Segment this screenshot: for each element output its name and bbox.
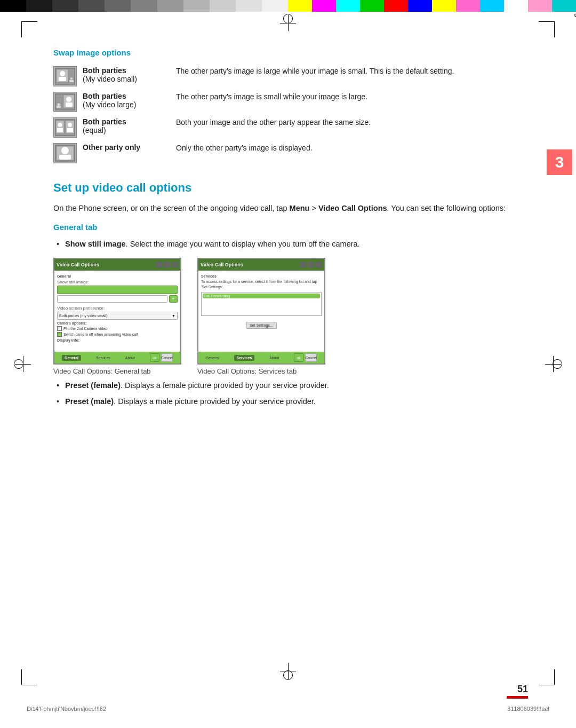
crop-mark-bottom-left bbox=[21, 669, 37, 685]
crop-mark-bottom-right bbox=[539, 669, 555, 685]
svg-rect-3 bbox=[59, 77, 66, 81]
svg-point-23 bbox=[61, 147, 69, 154]
screenshot-services: Video Call Options Services To access se… bbox=[197, 258, 325, 375]
both-parties-large-icon bbox=[53, 92, 77, 112]
main-section-title: Set up video call options bbox=[53, 181, 507, 195]
svg-point-12 bbox=[58, 104, 60, 106]
general-tab-heading: General tab bbox=[53, 223, 507, 232]
table-row: Both parties (My video large) The other … bbox=[53, 89, 507, 115]
phone-cb-text-2: Switch camera off when answering video c… bbox=[63, 333, 138, 336]
phone-label-video: Video screen preference: bbox=[57, 306, 178, 311]
phone-dropdown-1[interactable]: Both parties (my video small) ▼ bbox=[57, 312, 178, 320]
phone-title-icons bbox=[156, 262, 178, 267]
bullet-item-preset-male: Preset (male). Displays a male picture p… bbox=[53, 395, 507, 407]
phone-screen-general: Video Call Options General Show still im… bbox=[53, 258, 181, 365]
phone-titlebar-text-1: Video Call Options bbox=[57, 262, 99, 267]
phone-tab2-general[interactable]: General bbox=[206, 356, 219, 360]
phone-icon-2 bbox=[164, 262, 170, 267]
phone-section-display: Display info: bbox=[57, 338, 178, 342]
icon-cell-2 bbox=[53, 89, 83, 115]
screenshot-general: Video Call Options General Show still im… bbox=[53, 258, 181, 375]
phone-body-2: Services To access settings for a servic… bbox=[198, 271, 324, 363]
swap-image-table: Both parties (My video small) The other … bbox=[53, 64, 507, 166]
phone-titlebar-text-2: Video Call Options bbox=[201, 262, 243, 267]
phone-tab-services[interactable]: Services bbox=[96, 356, 110, 360]
svg-rect-17 bbox=[57, 128, 63, 132]
label-cell-1: Both parties (My video small) bbox=[83, 64, 176, 89]
icon-cell-3 bbox=[53, 115, 83, 140]
phone-titlebar-2: Video Call Options bbox=[198, 259, 324, 271]
phone-cancel-btn-2[interactable]: Cancel bbox=[305, 353, 317, 362]
svg-point-19 bbox=[68, 123, 72, 127]
label-cell-4: Other party only bbox=[83, 140, 176, 166]
phone-ok-btn[interactable]: ok bbox=[150, 353, 159, 362]
chapter-sidebar: 3 bbox=[547, 149, 576, 175]
bullet-item-show-still: Show still image. Select the image you w… bbox=[53, 238, 507, 250]
screenshot-caption-2: Video Call Options: Services tab bbox=[197, 367, 297, 375]
bullet-list-main: Show still image. Select the image you w… bbox=[53, 238, 507, 250]
other-party-only-icon bbox=[53, 143, 77, 163]
phone-list-area: Call Forwarding bbox=[201, 292, 322, 316]
phone-list-item-1[interactable]: Call Forwarding bbox=[203, 294, 320, 298]
footer-right: 311806039!!!ael bbox=[507, 706, 549, 712]
icon-cell-4 bbox=[53, 140, 83, 166]
phone-icon-6 bbox=[316, 262, 322, 267]
phone-cb-2[interactable] bbox=[57, 332, 62, 337]
phone-icon-4 bbox=[300, 262, 306, 267]
phone-cb-row-2: Switch camera off when answering video c… bbox=[57, 332, 178, 337]
svg-rect-13 bbox=[57, 106, 61, 108]
svg-point-5 bbox=[70, 77, 73, 80]
footer: Di14'Fohmjti'Nbovbm/joee!!!62 311806039!… bbox=[27, 706, 549, 712]
phone-dropdown-text: Both parties (my video small) bbox=[59, 314, 107, 318]
intro-paragraph: On the Phone screen, or on the screen of… bbox=[53, 202, 507, 214]
svg-point-2 bbox=[60, 71, 65, 76]
phone-tab-general[interactable]: General bbox=[62, 355, 81, 361]
phone-tabs-2: General Services About ok Cancel bbox=[198, 352, 324, 363]
bullet-item-preset-female: Preset (female). Displays a female pictu… bbox=[53, 379, 507, 391]
table-row: Both parties (equal) Both your image and… bbox=[53, 115, 507, 140]
phone-cb-text-1: Flip the 2nd Camera video bbox=[63, 327, 107, 330]
label-cell-2: Both parties (My video large) bbox=[83, 89, 176, 115]
phone-ok-btn-2[interactable]: ok bbox=[294, 353, 303, 362]
page-number-area: 51 bbox=[507, 684, 528, 699]
phone-plus-btn[interactable]: + bbox=[169, 295, 178, 303]
phone-field-green-1 bbox=[57, 286, 178, 294]
crop-mark-top-right bbox=[539, 21, 555, 37]
footer-left: Di14'Fohmjti'Nbovbm/joee!!!62 bbox=[27, 706, 106, 712]
phone-icon-1 bbox=[156, 262, 162, 267]
svg-rect-10 bbox=[66, 102, 73, 107]
phone-bottom-icons-2: ok Cancel bbox=[294, 353, 317, 362]
both-parties-small-icon bbox=[53, 66, 77, 86]
crop-mark-top-left bbox=[21, 21, 37, 37]
phone-tab-about[interactable]: About bbox=[125, 356, 135, 360]
swap-image-heading: Swap Image options bbox=[53, 48, 507, 57]
phone-section-camera: Camera options: bbox=[57, 321, 178, 325]
phone-set-settings-btn[interactable]: Set Settings... bbox=[246, 322, 277, 329]
page-number-bar bbox=[507, 696, 528, 699]
icon-cell-1 bbox=[53, 64, 83, 89]
desc-cell-4: Only the other party's image is displaye… bbox=[176, 140, 507, 166]
svg-rect-20 bbox=[67, 128, 73, 132]
phone-dropdown-arrow: ▼ bbox=[172, 314, 175, 318]
color-bar bbox=[0, 0, 576, 12]
phone-cb-row-1: Flip the 2nd Camera video bbox=[57, 326, 178, 331]
svg-rect-24 bbox=[59, 155, 71, 160]
main-content: Swap Image options bbox=[53, 48, 507, 669]
desc-cell-3: Both your image and the other party appe… bbox=[176, 115, 507, 140]
svg-point-16 bbox=[58, 123, 62, 127]
phone-field-white-1 bbox=[57, 295, 167, 303]
both-parties-equal-icon bbox=[53, 117, 77, 138]
phone-tab2-services[interactable]: Services bbox=[234, 355, 255, 361]
phone-cb-1[interactable] bbox=[57, 326, 62, 331]
svg-point-9 bbox=[66, 97, 71, 102]
page-number: 51 bbox=[517, 684, 528, 695]
table-row: Other party only Only the other party's … bbox=[53, 140, 507, 166]
registration-circle-right bbox=[553, 359, 562, 369]
phone-tab2-about[interactable]: About bbox=[269, 356, 279, 360]
screenshot-caption-1: Video Call Options: General tab bbox=[53, 367, 151, 375]
phone-title-icons-2 bbox=[300, 262, 322, 267]
desc-cell-1: The other party's image is large while y… bbox=[176, 64, 507, 89]
phone-cancel-btn[interactable]: Cancel bbox=[161, 353, 173, 362]
phone-bottom-icons: ok Cancel bbox=[150, 353, 173, 362]
phone-section-services: Services bbox=[201, 274, 322, 278]
